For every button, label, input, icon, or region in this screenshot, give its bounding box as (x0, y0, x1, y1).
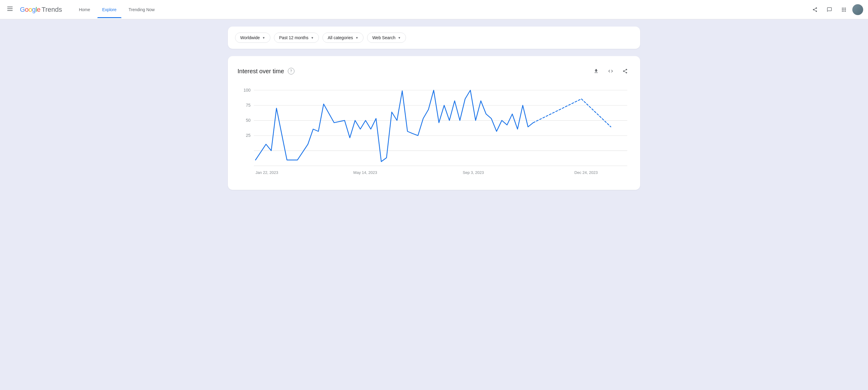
download-button[interactable] (591, 66, 601, 77)
chart-svg: 100 75 50 25 Jan 22, 2023 May 14, 2023 S… (238, 84, 630, 180)
location-filter[interactable]: Worldwide ▼ (235, 33, 270, 43)
nav-home[interactable]: Home (74, 1, 95, 18)
embed-button[interactable] (605, 66, 616, 77)
svg-text:Jan 22, 2023: Jan 22, 2023 (255, 170, 278, 175)
chart-actions (591, 66, 630, 77)
chart-section: Interest over time ? (228, 56, 640, 190)
logo-letter-g2: g (32, 6, 36, 13)
svg-text:50: 50 (246, 118, 251, 123)
menu-icon[interactable] (5, 4, 15, 16)
filter-bar: Worldwide ▼ Past 12 months ▼ All categor… (228, 27, 640, 49)
share-button[interactable] (809, 4, 821, 16)
search-type-label: Web Search (372, 35, 396, 40)
chart-title-group: Interest over time ? (238, 68, 294, 75)
main-nav: Home Explore Trending Now (74, 1, 159, 18)
feedback-button[interactable] (824, 4, 835, 16)
logo-letter-o1: o (25, 6, 29, 13)
location-chevron-icon: ▼ (262, 36, 265, 39)
apps-button[interactable] (838, 4, 850, 16)
header: Google Trends Home Explore Trending Now (0, 0, 868, 19)
avatar[interactable] (852, 4, 863, 15)
search-type-filter[interactable]: Web Search ▼ (367, 33, 406, 43)
header-right (809, 4, 863, 16)
search-type-chevron-icon: ▼ (398, 36, 401, 39)
svg-text:25: 25 (246, 133, 251, 138)
logo-letter-e: e (37, 6, 40, 13)
help-icon[interactable]: ? (288, 68, 294, 74)
location-label: Worldwide (240, 35, 260, 40)
chart-container: 100 75 50 25 Jan 22, 2023 May 14, 2023 S… (238, 84, 630, 180)
chart-title: Interest over time (238, 68, 284, 75)
svg-text:May 14, 2023: May 14, 2023 (353, 170, 377, 175)
nav-trending[interactable]: Trending Now (124, 1, 160, 18)
category-chevron-icon: ▼ (355, 36, 358, 39)
chart-header: Interest over time ? (238, 66, 630, 77)
svg-rect-2 (7, 10, 13, 11)
share-chart-button[interactable] (620, 66, 630, 77)
svg-text:75: 75 (246, 103, 251, 108)
svg-text:Sep 3, 2023: Sep 3, 2023 (463, 170, 484, 175)
nav-explore[interactable]: Explore (97, 1, 121, 18)
svg-text:Dec 24, 2023: Dec 24, 2023 (575, 170, 598, 175)
avatar-image (852, 4, 863, 15)
category-label: All categories (328, 35, 353, 40)
help-label: ? (290, 69, 292, 73)
time-label: Past 12 months (279, 35, 308, 40)
svg-rect-0 (7, 7, 13, 7)
logo-letter-o2: o (28, 6, 32, 13)
logo-letter-g1: G (20, 6, 25, 13)
logo-trends-text: Trends (41, 6, 62, 13)
svg-rect-1 (7, 8, 13, 9)
category-filter[interactable]: All categories ▼ (322, 33, 364, 43)
svg-text:100: 100 (244, 88, 251, 92)
time-chevron-icon: ▼ (311, 36, 314, 39)
time-filter[interactable]: Past 12 months ▼ (274, 33, 319, 43)
logo[interactable]: Google Trends (20, 6, 62, 13)
main-content: Worldwide ▼ Past 12 months ▼ All categor… (223, 19, 645, 197)
header-left: Google Trends Home Explore Trending Now (5, 1, 809, 18)
